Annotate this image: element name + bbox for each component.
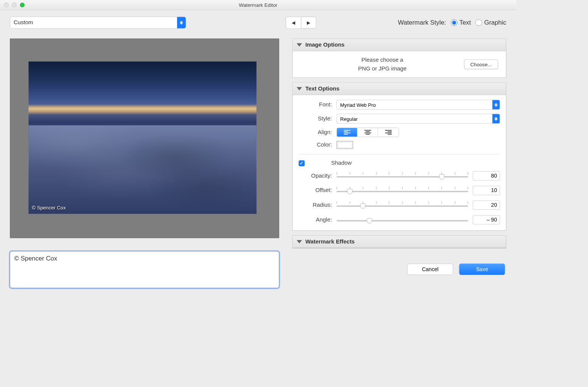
shadow-checkbox[interactable] <box>299 160 305 166</box>
text-options-header[interactable]: Text Options <box>293 83 506 95</box>
align-left-button[interactable] <box>337 128 357 137</box>
text-options-panel: Text Options Font: Myriad Web Pro Style: <box>292 83 506 231</box>
font-select[interactable]: Myriad Web Pro <box>336 100 500 109</box>
angle-input[interactable] <box>473 215 500 225</box>
image-options-header[interactable]: Image Options <box>293 39 506 51</box>
radius-label: Radius: <box>299 202 332 209</box>
watermark-effects-panel: Watermark Effects <box>292 236 506 248</box>
next-image-button[interactable]: ▶ <box>301 17 316 29</box>
chevron-up-down-icon <box>492 100 499 109</box>
triangle-left-icon: ◀ <box>292 20 296 25</box>
watermark-effects-title: Watermark Effects <box>305 239 355 245</box>
offset-input[interactable] <box>473 186 500 195</box>
image-options-title: Image Options <box>305 42 345 48</box>
opacity-input[interactable] <box>473 171 500 181</box>
divider <box>299 154 500 154</box>
chevron-up-down-icon <box>492 114 499 123</box>
opacity-label: Opacity: <box>299 173 332 179</box>
radius-slider[interactable] <box>336 201 468 209</box>
watermark-overlay: © Spencer Cox <box>32 205 66 211</box>
font-style-value: Regular <box>340 116 358 122</box>
font-style-label: Style: <box>299 115 332 122</box>
window-title: Watermark Editor <box>0 2 516 8</box>
watermark-text-input[interactable] <box>10 251 279 288</box>
align-right-icon <box>385 130 392 134</box>
image-options-panel: Image Options Please choose a PNG or JPG… <box>292 39 506 78</box>
disclosure-triangle-icon <box>297 87 302 91</box>
align-center-button[interactable] <box>358 128 378 137</box>
color-label: Color: <box>299 142 332 148</box>
align-center-icon <box>364 130 371 134</box>
color-well[interactable] <box>336 141 353 149</box>
style-text-label: Text <box>459 19 471 26</box>
preview-area[interactable]: © Spencer Cox <box>10 39 279 238</box>
disclosure-triangle-icon <box>297 43 302 47</box>
align-left-icon <box>344 130 350 134</box>
prev-image-button[interactable]: ◀ <box>286 17 301 29</box>
cancel-button[interactable]: Cancel <box>407 264 453 275</box>
offset-label: Offset: <box>299 187 332 194</box>
watermark-effects-header[interactable]: Watermark Effects <box>293 236 506 248</box>
style-text-radio[interactable] <box>451 19 457 26</box>
footer: Cancel Save <box>292 264 506 275</box>
font-style-select[interactable]: Regular <box>336 114 500 123</box>
angle-label: Angle: <box>299 217 332 223</box>
font-value: Myriad Web Pro <box>340 102 376 108</box>
content: Custom ◀ ▶ Watermark Style: Text <box>0 10 516 340</box>
style-graphic-radio[interactable] <box>476 19 482 26</box>
preset-value: Custom <box>14 19 33 26</box>
text-options-title: Text Options <box>305 86 339 92</box>
save-button[interactable]: Save <box>459 264 505 275</box>
opacity-slider[interactable] <box>336 172 468 179</box>
watermark-style-label: Watermark Style: <box>398 19 446 26</box>
font-label: Font: <box>299 101 332 108</box>
shadow-label: Shadow <box>331 160 352 167</box>
main-row: © Spencer Cox Image Options Please choos… <box>10 39 506 335</box>
left-column: © Spencer Cox <box>10 39 279 335</box>
watermark-style-group: Watermark Style: Text Graphic <box>398 19 507 26</box>
preview-nav: ◀ ▶ <box>286 17 316 29</box>
image-options-body: Please choose a PNG or JPG image Choose.… <box>293 51 506 77</box>
align-segment <box>336 128 399 137</box>
offset-slider[interactable] <box>336 187 468 194</box>
style-graphic-label: Graphic <box>484 19 506 26</box>
chevron-up-down-icon <box>177 17 186 28</box>
text-options-body: Font: Myriad Web Pro Style: Regular <box>293 95 506 230</box>
align-label: Align: <box>299 129 332 136</box>
angle-slider[interactable] <box>336 216 468 223</box>
watermark-editor-window: Watermark Editor Custom ◀ ▶ Watermark St… <box>0 0 516 340</box>
triangle-right-icon: ▶ <box>307 20 311 25</box>
choose-image-button[interactable]: Choose... <box>464 59 498 69</box>
preview-image: © Spencer Cox <box>29 61 257 214</box>
right-column: Image Options Please choose a PNG or JPG… <box>292 39 506 335</box>
align-right-button[interactable] <box>378 128 398 137</box>
top-row: Custom ◀ ▶ Watermark Style: Text <box>10 17 506 29</box>
radius-input[interactable] <box>473 200 500 210</box>
disclosure-triangle-icon <box>297 240 302 243</box>
preset-select[interactable]: Custom <box>10 17 186 29</box>
image-options-hint: Please choose a PNG or JPG image <box>301 56 464 73</box>
titlebar: Watermark Editor <box>0 0 516 10</box>
